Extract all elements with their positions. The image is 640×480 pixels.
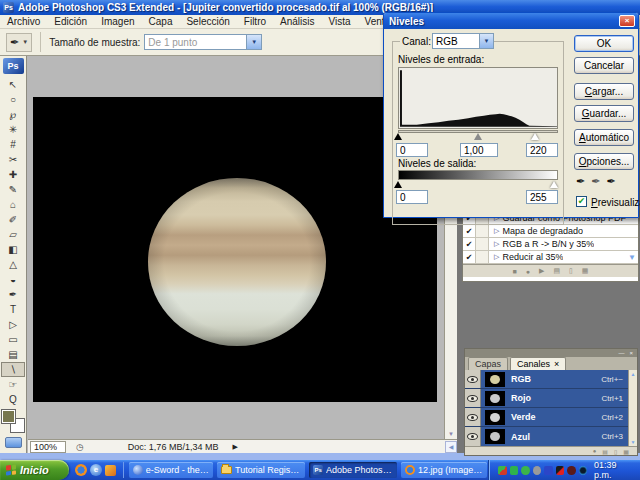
menu-item-seleccion[interactable]: Selección xyxy=(179,16,236,27)
menu-item-edicion[interactable]: Edición xyxy=(47,16,94,27)
action-check-icon[interactable]: ✔ xyxy=(463,225,476,237)
tab-canales[interactable]: Canales × xyxy=(510,357,566,370)
notes-tool[interactable]: ▤ xyxy=(1,347,25,362)
play-icon[interactable]: ▶ xyxy=(539,267,544,275)
healing-brush-tool[interactable]: ✚ xyxy=(1,167,25,182)
action-dialog-toggle[interactable] xyxy=(476,238,489,250)
screen-mode-button[interactable] xyxy=(5,437,22,448)
action-check-icon[interactable]: ✔ xyxy=(463,238,476,250)
gamma-slider[interactable] xyxy=(474,133,482,140)
ok-button[interactable]: OK xyxy=(574,35,634,52)
visibility-toggle[interactable] xyxy=(465,408,481,426)
black-point-eyedropper-icon[interactable]: ✒ xyxy=(576,175,585,188)
zoom-level-field[interactable]: 100% xyxy=(30,441,66,453)
image-canvas[interactable] xyxy=(33,97,437,402)
firefox-quicklaunch-icon[interactable] xyxy=(75,464,87,476)
menu-item-capa[interactable]: Capa xyxy=(142,16,180,27)
channel-row-azul[interactable]: Azul Ctrl+3 xyxy=(465,427,628,446)
levels-dialog-title-bar[interactable]: Niveles × xyxy=(384,13,638,29)
status-menu-arrow-icon[interactable]: ▶ xyxy=(232,443,237,451)
output-white-field[interactable] xyxy=(526,190,558,204)
menu-item-analisis[interactable]: Análisis xyxy=(273,16,321,27)
action-row[interactable]: ✔ ▷ Reducir al 35% ▼ xyxy=(463,251,638,264)
channel-row-rojo[interactable]: Rojo Ctrl+1 xyxy=(465,389,628,408)
pen-tool[interactable]: ✒ xyxy=(1,287,25,302)
foreground-color-swatch[interactable] xyxy=(2,410,15,423)
visibility-toggle[interactable] xyxy=(465,370,481,388)
action-check-icon[interactable]: ✔ xyxy=(463,251,476,263)
options-button[interactable]: Opciones... xyxy=(574,153,634,170)
move-tool[interactable]: ↖ xyxy=(1,77,25,92)
action-dialog-toggle[interactable] xyxy=(476,251,489,263)
brush-tool[interactable]: ✎ xyxy=(1,182,25,197)
save-selection-icon[interactable]: ▤ xyxy=(602,448,608,455)
channel-combobox[interactable]: RGB ▼ xyxy=(432,33,494,49)
save-button[interactable]: Guardar... xyxy=(574,105,634,122)
eyedropper-tool-selected[interactable]: ∖ xyxy=(1,362,25,377)
expand-arrow-icon[interactable]: ▷ xyxy=(494,240,499,248)
zoom-tool[interactable]: Q xyxy=(1,392,25,407)
output-black-field[interactable] xyxy=(396,190,428,204)
input-black-field[interactable] xyxy=(396,143,428,157)
marquee-tool[interactable]: ○ xyxy=(1,92,25,107)
hand-tool[interactable]: ☞ xyxy=(1,377,25,392)
type-tool[interactable]: T xyxy=(1,302,25,317)
white-point-slider[interactable] xyxy=(531,133,539,140)
magic-wand-tool[interactable]: ✳ xyxy=(1,122,25,137)
blur-tool[interactable]: △ xyxy=(1,257,25,272)
tab-capas[interactable]: Capas xyxy=(468,357,508,370)
trash-icon[interactable]: ▦ xyxy=(582,267,589,275)
trash-icon[interactable]: ▦ xyxy=(623,448,629,455)
menu-item-vista[interactable]: Vista xyxy=(322,16,358,27)
tab-close-icon[interactable]: × xyxy=(554,359,559,369)
internet-explorer-icon[interactable]: e xyxy=(90,464,102,476)
history-brush-tool[interactable]: ✐ xyxy=(1,212,25,227)
eraser-tool[interactable]: ▱ xyxy=(1,227,25,242)
black-point-slider[interactable] xyxy=(394,133,402,140)
tray-icon-green[interactable] xyxy=(521,466,529,475)
cancel-button[interactable]: Cancelar xyxy=(574,57,634,74)
task-button-photoshop[interactable]: Ps Adobe Photoshop ... xyxy=(309,462,397,478)
action-row[interactable]: ✔ ▷ Mapa de degradado xyxy=(463,225,638,238)
output-white-slider[interactable] xyxy=(550,181,558,188)
combo-dropdown-button[interactable]: ▼ xyxy=(246,35,261,49)
tray-icon-blue[interactable] xyxy=(544,466,552,475)
lasso-tool[interactable]: ℘ xyxy=(1,107,25,122)
action-dialog-toggle[interactable] xyxy=(476,225,489,237)
scroll-down-icon[interactable]: ▼ xyxy=(448,431,454,437)
start-button[interactable]: Inicio xyxy=(0,460,69,480)
menu-item-filtro[interactable]: Filtro xyxy=(237,16,273,27)
clone-stamp-tool[interactable]: ⌂ xyxy=(1,197,25,212)
taskbar-clock[interactable]: 01:39 p.m. xyxy=(594,460,634,480)
panel-minimize-icon[interactable]: — xyxy=(618,350,624,356)
output-black-slider[interactable] xyxy=(394,181,402,188)
gray-point-eyedropper-icon[interactable]: ✒ xyxy=(591,175,600,188)
expand-arrow-icon[interactable]: ▷ xyxy=(494,227,499,235)
tray-icon-antivirus[interactable] xyxy=(556,466,564,475)
visibility-toggle[interactable] xyxy=(465,389,481,407)
path-select-tool[interactable]: ▷ xyxy=(1,317,25,332)
tray-icon-utility[interactable] xyxy=(498,466,506,475)
auto-button[interactable]: Automático xyxy=(574,129,634,146)
new-channel-icon[interactable]: ▯ xyxy=(614,448,617,455)
tray-icon-clock-app[interactable] xyxy=(579,466,587,475)
dialog-close-button[interactable]: × xyxy=(619,15,635,27)
load-selection-icon[interactable]: ● xyxy=(593,448,597,454)
scroll-left-button[interactable]: ◀ xyxy=(445,441,457,453)
sample-size-combobox[interactable]: De 1 punto ▼ xyxy=(144,34,262,50)
dodge-tool[interactable]: ◒ xyxy=(1,272,25,287)
record-icon[interactable]: ● xyxy=(526,268,530,275)
tray-icon-gray[interactable] xyxy=(533,466,541,475)
new-action-icon[interactable]: ▯ xyxy=(569,267,573,275)
tray-icon-messenger[interactable] xyxy=(510,466,518,475)
input-white-field[interactable] xyxy=(526,143,558,157)
task-button-esword[interactable]: e-Sword - the Swo... xyxy=(129,462,213,478)
paint-tool-quicklaunch-icon[interactable] xyxy=(105,465,116,476)
shape-tool[interactable]: ▭ xyxy=(1,332,25,347)
preview-checkbox[interactable]: ✔ xyxy=(576,196,587,207)
stop-icon[interactable]: ■ xyxy=(513,268,517,275)
task-button-registax[interactable]: Tutorial Registax 4 xyxy=(217,462,305,478)
menu-item-archivo[interactable]: Archivo xyxy=(0,16,47,27)
visibility-toggle[interactable] xyxy=(465,427,481,446)
current-tool-chip[interactable]: ✒ ▼ xyxy=(6,33,32,52)
